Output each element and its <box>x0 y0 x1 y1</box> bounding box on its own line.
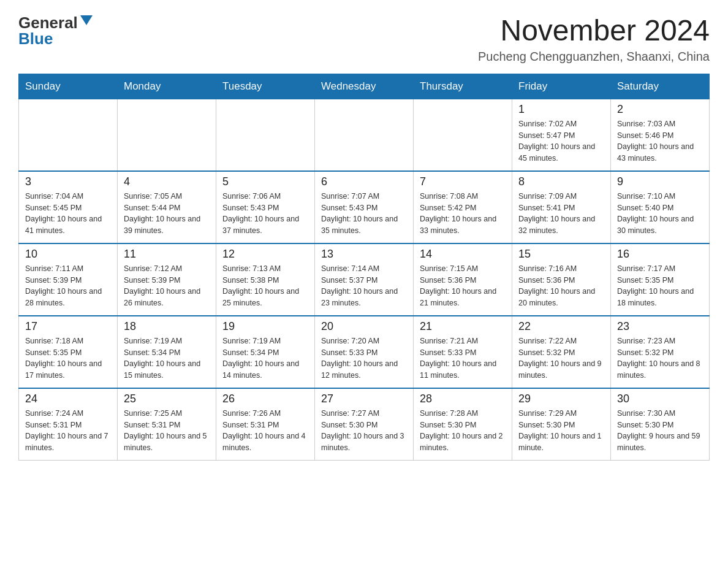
day-number: 26 <box>222 393 308 405</box>
calendar-cell: 20Sunrise: 7:20 AMSunset: 5:33 PMDayligh… <box>315 316 414 388</box>
day-number: 17 <box>25 320 111 333</box>
calendar-cell <box>216 99 315 171</box>
day-number: 20 <box>321 320 407 333</box>
day-number: 10 <box>25 248 111 261</box>
day-number: 19 <box>222 320 308 333</box>
calendar-cell: 9Sunrise: 7:10 AMSunset: 5:40 PMDaylight… <box>611 171 710 243</box>
weekday-header-sunday: Sunday <box>19 74 118 99</box>
week-row-4: 17Sunrise: 7:18 AMSunset: 5:35 PMDayligh… <box>19 316 710 388</box>
day-number: 30 <box>617 393 703 405</box>
calendar-cell: 2Sunrise: 7:03 AMSunset: 5:46 PMDaylight… <box>611 99 710 171</box>
day-number: 28 <box>420 393 506 405</box>
day-info: Sunrise: 7:29 AMSunset: 5:30 PMDaylight:… <box>518 408 604 454</box>
day-number: 15 <box>518 248 604 261</box>
day-number: 11 <box>124 248 210 261</box>
location-title: Pucheng Chengguanzhen, Shaanxi, China <box>478 50 710 64</box>
day-number: 29 <box>518 393 604 405</box>
calendar-cell: 21Sunrise: 7:21 AMSunset: 5:33 PMDayligh… <box>414 316 512 388</box>
day-number: 12 <box>222 248 308 261</box>
calendar-cell: 27Sunrise: 7:27 AMSunset: 5:30 PMDayligh… <box>315 388 414 461</box>
calendar-cell: 30Sunrise: 7:30 AMSunset: 5:30 PMDayligh… <box>611 388 710 461</box>
day-info: Sunrise: 7:18 AMSunset: 5:35 PMDaylight:… <box>25 335 111 381</box>
day-number: 23 <box>617 320 703 333</box>
calendar-cell: 29Sunrise: 7:29 AMSunset: 5:30 PMDayligh… <box>512 388 611 461</box>
day-number: 6 <box>321 175 407 188</box>
calendar-cell: 23Sunrise: 7:23 AMSunset: 5:32 PMDayligh… <box>611 316 710 388</box>
calendar-cell: 28Sunrise: 7:28 AMSunset: 5:30 PMDayligh… <box>414 388 512 461</box>
day-info: Sunrise: 7:15 AMSunset: 5:36 PMDaylight:… <box>420 263 506 309</box>
calendar-cell: 8Sunrise: 7:09 AMSunset: 5:41 PMDaylight… <box>512 171 611 243</box>
day-info: Sunrise: 7:19 AMSunset: 5:34 PMDaylight:… <box>124 335 210 381</box>
week-row-5: 24Sunrise: 7:24 AMSunset: 5:31 PMDayligh… <box>19 388 710 461</box>
calendar-cell: 13Sunrise: 7:14 AMSunset: 5:37 PMDayligh… <box>315 243 414 316</box>
day-info: Sunrise: 7:20 AMSunset: 5:33 PMDaylight:… <box>321 335 407 381</box>
title-area: November 2024 Pucheng Chengguanzhen, Sha… <box>478 15 710 64</box>
calendar-header-row: SundayMondayTuesdayWednesdayThursdayFrid… <box>19 74 710 99</box>
day-info: Sunrise: 7:30 AMSunset: 5:30 PMDaylight:… <box>617 408 703 454</box>
weekday-header-thursday: Thursday <box>414 74 512 99</box>
weekday-header-friday: Friday <box>512 74 611 99</box>
calendar-cell: 3Sunrise: 7:04 AMSunset: 5:45 PMDaylight… <box>19 171 118 243</box>
day-info: Sunrise: 7:17 AMSunset: 5:35 PMDaylight:… <box>617 263 703 309</box>
calendar-cell <box>118 99 216 171</box>
month-title: November 2024 <box>478 15 710 47</box>
week-row-3: 10Sunrise: 7:11 AMSunset: 5:39 PMDayligh… <box>19 243 710 316</box>
day-info: Sunrise: 7:21 AMSunset: 5:33 PMDaylight:… <box>420 335 506 381</box>
calendar-cell: 14Sunrise: 7:15 AMSunset: 5:36 PMDayligh… <box>414 243 512 316</box>
weekday-header-monday: Monday <box>118 74 216 99</box>
day-info: Sunrise: 7:10 AMSunset: 5:40 PMDaylight:… <box>617 191 703 237</box>
week-row-1: 1Sunrise: 7:02 AMSunset: 5:47 PMDaylight… <box>19 99 710 171</box>
logo-triangle-icon <box>80 15 93 25</box>
day-info: Sunrise: 7:07 AMSunset: 5:43 PMDaylight:… <box>321 191 407 237</box>
day-info: Sunrise: 7:13 AMSunset: 5:38 PMDaylight:… <box>222 263 308 309</box>
calendar-cell: 22Sunrise: 7:22 AMSunset: 5:32 PMDayligh… <box>512 316 611 388</box>
day-number: 3 <box>25 175 111 188</box>
calendar-cell: 18Sunrise: 7:19 AMSunset: 5:34 PMDayligh… <box>118 316 216 388</box>
day-info: Sunrise: 7:14 AMSunset: 5:37 PMDaylight:… <box>321 263 407 309</box>
calendar-cell: 25Sunrise: 7:25 AMSunset: 5:31 PMDayligh… <box>118 388 216 461</box>
day-info: Sunrise: 7:09 AMSunset: 5:41 PMDaylight:… <box>518 191 604 237</box>
day-info: Sunrise: 7:19 AMSunset: 5:34 PMDaylight:… <box>222 335 308 381</box>
day-number: 7 <box>420 175 506 188</box>
day-number: 22 <box>518 320 604 333</box>
calendar-cell: 6Sunrise: 7:07 AMSunset: 5:43 PMDaylight… <box>315 171 414 243</box>
calendar-cell: 12Sunrise: 7:13 AMSunset: 5:38 PMDayligh… <box>216 243 315 316</box>
logo: General Blue <box>18 15 93 47</box>
page-header: General Blue November 2024 Pucheng Cheng… <box>18 15 710 64</box>
calendar-cell: 17Sunrise: 7:18 AMSunset: 5:35 PMDayligh… <box>19 316 118 388</box>
day-number: 18 <box>124 320 210 333</box>
calendar-cell: 7Sunrise: 7:08 AMSunset: 5:42 PMDaylight… <box>414 171 512 243</box>
day-info: Sunrise: 7:05 AMSunset: 5:44 PMDaylight:… <box>124 191 210 237</box>
day-number: 2 <box>617 103 703 116</box>
day-number: 24 <box>25 393 111 405</box>
day-info: Sunrise: 7:22 AMSunset: 5:32 PMDaylight:… <box>518 335 604 381</box>
day-number: 8 <box>518 175 604 188</box>
calendar-table: SundayMondayTuesdayWednesdayThursdayFrid… <box>18 74 710 461</box>
day-number: 16 <box>617 248 703 261</box>
day-info: Sunrise: 7:16 AMSunset: 5:36 PMDaylight:… <box>518 263 604 309</box>
day-info: Sunrise: 7:24 AMSunset: 5:31 PMDaylight:… <box>25 408 111 454</box>
week-row-2: 3Sunrise: 7:04 AMSunset: 5:45 PMDaylight… <box>19 171 710 243</box>
day-info: Sunrise: 7:11 AMSunset: 5:39 PMDaylight:… <box>25 263 111 309</box>
day-number: 13 <box>321 248 407 261</box>
day-number: 14 <box>420 248 506 261</box>
day-info: Sunrise: 7:04 AMSunset: 5:45 PMDaylight:… <box>25 191 111 237</box>
day-info: Sunrise: 7:03 AMSunset: 5:46 PMDaylight:… <box>617 118 703 164</box>
day-info: Sunrise: 7:08 AMSunset: 5:42 PMDaylight:… <box>420 191 506 237</box>
calendar-cell: 11Sunrise: 7:12 AMSunset: 5:39 PMDayligh… <box>118 243 216 316</box>
day-info: Sunrise: 7:23 AMSunset: 5:32 PMDaylight:… <box>617 335 703 381</box>
day-info: Sunrise: 7:27 AMSunset: 5:30 PMDaylight:… <box>321 408 407 454</box>
calendar-cell <box>414 99 512 171</box>
weekday-header-wednesday: Wednesday <box>315 74 414 99</box>
weekday-header-tuesday: Tuesday <box>216 74 315 99</box>
day-info: Sunrise: 7:12 AMSunset: 5:39 PMDaylight:… <box>124 263 210 309</box>
day-number: 5 <box>222 175 308 188</box>
day-number: 25 <box>124 393 210 405</box>
calendar-cell: 10Sunrise: 7:11 AMSunset: 5:39 PMDayligh… <box>19 243 118 316</box>
day-info: Sunrise: 7:25 AMSunset: 5:31 PMDaylight:… <box>124 408 210 454</box>
calendar-cell: 16Sunrise: 7:17 AMSunset: 5:35 PMDayligh… <box>611 243 710 316</box>
day-number: 1 <box>518 103 604 116</box>
calendar-cell: 24Sunrise: 7:24 AMSunset: 5:31 PMDayligh… <box>19 388 118 461</box>
day-number: 27 <box>321 393 407 405</box>
calendar-cell <box>19 99 118 171</box>
